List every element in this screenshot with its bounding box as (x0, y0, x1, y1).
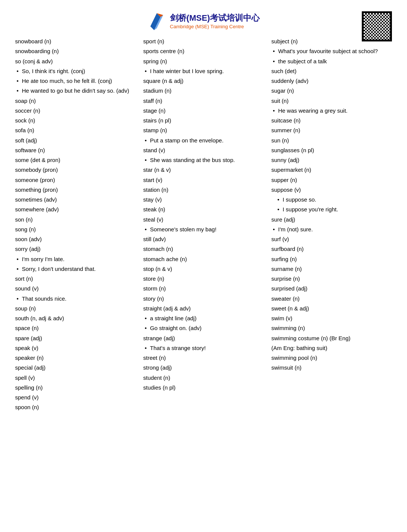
logo-english: Cambridge (MSE) Training Centre (170, 24, 260, 29)
word-entry: surname (n) (271, 264, 392, 273)
word-entry: sort (n) (15, 274, 136, 283)
word-entry: stamp (n) (143, 126, 264, 135)
word-entry: start (v) (143, 176, 264, 184)
word-entry: story (n) (143, 294, 264, 303)
column-3: subject (n)What's your favourite subject… (271, 37, 392, 413)
word-entry: stage (n) (143, 106, 264, 115)
word-entry: stomach (n) (143, 245, 264, 253)
word-entry: station (n) (143, 185, 264, 194)
word-entry: sock (n) (15, 116, 136, 125)
word-entry: He wanted to go but he didn't say so. (a… (15, 86, 136, 95)
word-entry: steak (n) (143, 205, 264, 214)
main-columns: snowboard (n)snowboarding (n)so (conj & … (15, 37, 392, 413)
word-entry: So, I think it's right. (conj) (15, 67, 136, 75)
word-entry: sound (v) (15, 284, 136, 293)
word-entry: surprise (n) (271, 274, 392, 283)
word-entry: somewhere (adv) (15, 205, 136, 214)
word-entry: something (pron) (15, 185, 136, 194)
word-entry: sports centre (n) (143, 47, 264, 55)
word-entry: spelling (n) (15, 383, 136, 392)
word-entry: stand (v) (143, 146, 264, 154)
word-entry: such (det) (271, 67, 392, 75)
word-entry: staff (n) (143, 96, 264, 105)
word-entry: sunglasses (n pl) (271, 146, 392, 154)
word-entry: south (n, adj & adv) (15, 314, 136, 323)
logo-chinese: 剑桥(MSE)考试培训中心 (170, 12, 260, 24)
qr-inner (364, 13, 390, 40)
word-entry: swimming costume (n) (Br Eng) (271, 334, 392, 342)
word-entry: sugar (n) (271, 86, 392, 95)
word-entry: (Am Eng: bathing suit) (271, 344, 392, 352)
word-entry: stay (v) (143, 195, 264, 204)
word-entry: studies (n pl) (143, 383, 264, 392)
word-entry: speaker (n) (15, 353, 136, 362)
word-entry: spell (v) (15, 373, 136, 382)
word-entry: That's a strange story! (143, 344, 264, 352)
word-entry: I hate winter but I love spring. (143, 67, 264, 75)
word-entry: sunny (adj) (271, 156, 392, 164)
word-entry: summer (n) (271, 126, 392, 135)
logo-area: 剑桥(MSE)考试培训中心 Cambridge (MSE) Training C… (147, 11, 260, 30)
word-entry: swimming (n) (271, 324, 392, 332)
word-entry: suitcase (n) (271, 116, 392, 125)
word-entry: someone (pron) (15, 176, 136, 184)
word-entry: suddenly (adv) (271, 76, 392, 85)
word-entry: still (adv) (143, 235, 264, 243)
word-entry: strong (adj) (143, 363, 264, 372)
word-entry: spoon (n) (15, 403, 136, 411)
word-entry: He ate too much, so he felt ill. (conj) (15, 76, 136, 85)
word-entry: I suppose so. (271, 195, 392, 204)
word-entry: storm (n) (143, 284, 264, 293)
word-entry: sweater (n) (271, 294, 392, 303)
logo-icon (147, 11, 166, 30)
word-entry: sun (n) (271, 136, 392, 145)
word-entry: steal (v) (143, 215, 264, 224)
page-wrapper: 剑桥(MSE)考试培训中心 Cambridge (MSE) Training C… (15, 11, 392, 413)
word-entry: swim (v) (271, 314, 392, 323)
word-entry: supermarket (n) (271, 165, 392, 174)
word-entry: special (adj) (15, 363, 136, 372)
word-entry: sofa (n) (15, 126, 136, 135)
word-entry: son (n) (15, 215, 136, 224)
word-entry: Go straight on. (adv) (143, 324, 264, 332)
word-entry: soft (adj) (15, 136, 136, 145)
logo-text: 剑桥(MSE)考试培训中心 Cambridge (MSE) Training C… (170, 12, 260, 29)
word-entry: surprised (adj) (271, 284, 392, 293)
word-entry: sweet (n & adj) (271, 304, 392, 313)
word-entry: suit (n) (271, 96, 392, 105)
word-entry: surfing (n) (271, 255, 392, 263)
column-1: snowboard (n)snowboarding (n)so (conj & … (15, 37, 143, 413)
word-entry: I'm (not) sure. (271, 225, 392, 234)
word-entry: spend (v) (15, 393, 136, 402)
word-entry: sometimes (adv) (15, 195, 136, 204)
word-entry: soccer (n) (15, 106, 136, 115)
header: 剑桥(MSE)考试培训中心 Cambridge (MSE) Training C… (15, 11, 392, 30)
word-entry: supper (n) (271, 176, 392, 184)
word-entry: She was standing at the bus stop. (143, 156, 264, 164)
word-entry: the subject of a talk (271, 57, 392, 66)
word-entry: some (det & pron) (15, 156, 136, 164)
word-entry: space (n) (15, 324, 136, 332)
word-entry: speak (v) (15, 344, 136, 352)
word-entry: spare (adj) (15, 334, 136, 342)
word-entry: I suppose you're right. (271, 205, 392, 214)
word-entry: I'm sorry I'm late. (15, 255, 136, 263)
word-entry: soon (adv) (15, 235, 136, 243)
word-entry: swimsuit (n) (271, 363, 392, 372)
word-entry: straight (adj & adv) (143, 304, 264, 313)
word-entry: sure (adj) (271, 215, 392, 224)
word-entry: soup (n) (15, 304, 136, 313)
word-entry: so (conj & adv) (15, 57, 136, 66)
word-entry: That sounds nice. (15, 294, 136, 303)
word-entry: snowboard (n) (15, 37, 136, 46)
word-entry: star (n & v) (143, 165, 264, 174)
column-2: sport (n)sports centre (n)spring (n)I ha… (143, 37, 271, 413)
word-entry: square (n & adj) (143, 76, 264, 85)
word-entry: stomach ache (n) (143, 255, 264, 263)
word-entry: sorry (adj) (15, 245, 136, 253)
word-entry: Someone's stolen my bag! (143, 225, 264, 234)
word-entry: suppose (v) (271, 185, 392, 194)
word-entry: swimming pool (n) (271, 353, 392, 362)
word-entry: stop (n & v) (143, 264, 264, 273)
qr-code (362, 11, 392, 41)
